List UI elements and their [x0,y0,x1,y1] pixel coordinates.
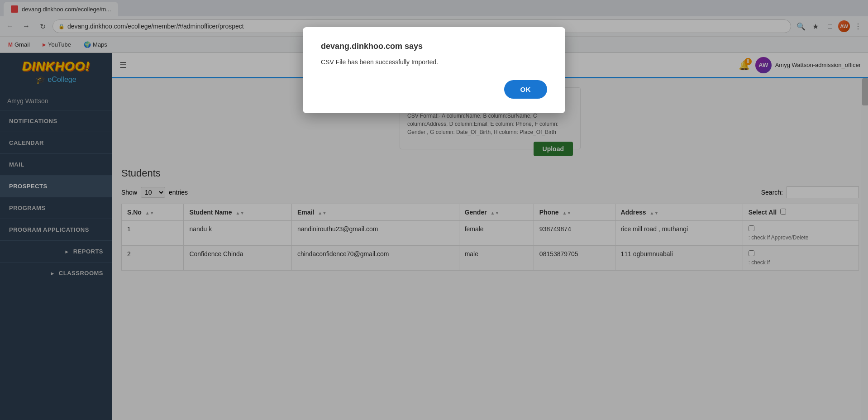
dialog-overlay: devang.dinkhoo.com says CSV File has bee… [0,0,868,420]
ok-button-label: OK [520,86,531,93]
dialog-message: CSV File has been successfully Imported. [321,58,547,66]
dialog-footer: OK [321,80,547,99]
ok-button[interactable]: OK [504,80,548,99]
dialog-title: devang.dinkhoo.com says [321,42,547,51]
dialog-box: devang.dinkhoo.com says CSV File has bee… [303,27,565,113]
